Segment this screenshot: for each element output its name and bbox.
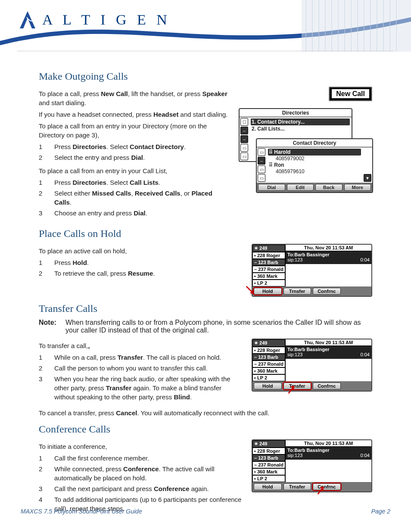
hold-list: 1Press Hold. 2To retrieve the call, pres… (39, 258, 243, 278)
hold-call-screen: ✴ 249 ▪ 228 Roger – 123 Barb – 237 Ronal… (252, 244, 372, 297)
transfer-note: Note: When transferring calls to or from… (39, 319, 372, 334)
make-calls-list1: 1Press Directories. Select Contact Direc… (39, 142, 230, 162)
svg-rect-0 (302, 0, 411, 52)
make-calls-p1: To place a call, press New Call, lift th… (39, 89, 230, 107)
heading-hold: Place Calls on Hold (39, 228, 372, 240)
conference-list: 1Call the first conference member. 2Whil… (39, 454, 243, 513)
directories-figure: Directories ☐––▭▭ 1. Contact Directory..… (239, 108, 372, 199)
document-body: Make Outgoing Calls To place a call, pre… (0, 52, 411, 522)
transfer-p1: To transfer a call,, (39, 341, 243, 350)
hold-p1: To place an active call on hold, (39, 246, 243, 255)
transfer-p2: To cancel a transfer, press Cancel. You … (39, 408, 372, 417)
heading-transfer: Transfer Calls (39, 303, 372, 314)
conference-p1: To initiate a conference, (39, 442, 243, 451)
page-header: A L T I G E N (0, 0, 411, 52)
conference-call-screen: ✴ 249 ▪ 228 Roger – 123 Barb – 237 Ronal… (252, 439, 372, 492)
arrow-icon (316, 485, 326, 495)
make-calls-p3: To place a call from an entry in your Di… (39, 121, 230, 140)
heading-make-calls: Make Outgoing Calls (39, 71, 372, 82)
brand-logo: A L T I G E N (17, 9, 171, 30)
make-calls-p2: If you have a headset connected, press H… (39, 110, 230, 119)
footer-page: Page 2 (371, 508, 390, 515)
scroll-down-icon: ▼ (364, 174, 371, 182)
brand-name: A L T I G E N (42, 12, 171, 28)
hold-softkey: Hold (254, 288, 282, 295)
make-calls-p4: To place a call from an entry in your Ca… (39, 166, 230, 175)
transfer-call-screen: ✴ 249 ▪ 228 Roger – 123 Barb – 237 Ronal… (252, 339, 372, 392)
transfer-list: 1While on a call, press Transfer. The ca… (39, 353, 243, 401)
heading-conference: Conference Calls (39, 423, 372, 435)
arrow-icon (287, 385, 296, 394)
arrow-icon (246, 286, 255, 295)
logo-mark-icon (17, 9, 38, 30)
page-footer: MAXCS 7.5 Polycom SoundPoint User Guide … (21, 507, 390, 515)
header-divider (17, 51, 394, 51)
footer-title: MAXCS 7.5 Polycom SoundPoint User Guide (21, 508, 142, 515)
make-calls-list2: 1Press Directories. Select Call Lists. 2… (39, 178, 230, 218)
new-call-button-figure: New Call (329, 87, 372, 101)
